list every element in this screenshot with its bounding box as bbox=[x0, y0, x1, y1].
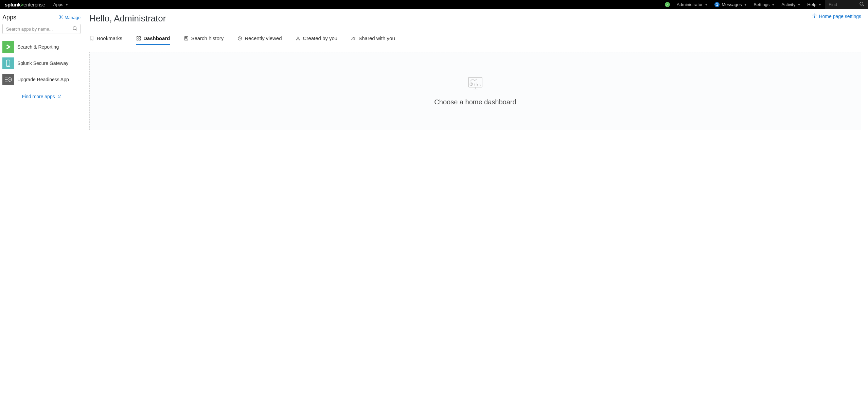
manage-label: Manage bbox=[65, 15, 81, 20]
sidebar: Apps Manage Search & Reporting bbox=[0, 9, 83, 399]
svg-point-20 bbox=[297, 37, 299, 38]
svg-rect-16 bbox=[184, 36, 188, 40]
svg-point-0 bbox=[860, 2, 863, 5]
brand-logo[interactable]: splunk>enterprise bbox=[0, 2, 50, 7]
body: Apps Manage Search & Reporting bbox=[0, 9, 868, 399]
find-more-label: Find more apps bbox=[22, 94, 55, 99]
nav-user-menu[interactable]: Administrator ▼ bbox=[673, 0, 711, 9]
tab-label: Search history bbox=[191, 35, 224, 41]
svg-point-22 bbox=[354, 37, 355, 38]
svg-point-17 bbox=[185, 37, 187, 39]
empty-dashboard-panel[interactable]: Choose a home dashboard bbox=[89, 52, 861, 130]
sidebar-title: Apps bbox=[2, 14, 16, 21]
tab-dashboard[interactable]: Dashboard bbox=[136, 33, 170, 45]
svg-line-18 bbox=[187, 39, 187, 39]
caret-down-icon: ▼ bbox=[797, 3, 800, 6]
messages-badge: 1 bbox=[714, 2, 720, 7]
gear-icon bbox=[58, 15, 63, 20]
home-page-settings-link[interactable]: Home page settings bbox=[812, 13, 861, 19]
nav-apps-label: Apps bbox=[53, 2, 64, 7]
status-ok-icon: ✓ bbox=[665, 2, 670, 7]
external-link-icon bbox=[57, 95, 61, 99]
top-navigation: splunk>enterprise Apps ▼ ✓ Administrator… bbox=[0, 0, 868, 9]
tab-bookmarks[interactable]: Bookmarks bbox=[89, 33, 122, 45]
svg-point-11 bbox=[814, 15, 815, 17]
clock-icon bbox=[237, 36, 242, 41]
svg-point-2 bbox=[60, 16, 61, 18]
tab-search-history[interactable]: Search history bbox=[183, 33, 224, 45]
home-settings-label: Home page settings bbox=[819, 14, 861, 19]
tab-label: Bookmarks bbox=[97, 35, 122, 41]
nav-settings-menu[interactable]: Settings ▼ bbox=[750, 0, 778, 9]
bookmark-icon bbox=[89, 36, 94, 41]
users-icon bbox=[351, 36, 356, 41]
dashboard-icon bbox=[136, 36, 141, 41]
health-status[interactable]: ✓ bbox=[661, 0, 673, 9]
app-icon-list-check bbox=[2, 74, 14, 85]
app-search-input[interactable] bbox=[2, 24, 81, 34]
nav-messages-label: Messages bbox=[722, 2, 742, 7]
user-icon bbox=[295, 36, 300, 41]
dashboard-monitor-icon bbox=[467, 76, 484, 91]
svg-line-1 bbox=[863, 5, 864, 6]
search-history-icon bbox=[183, 36, 189, 41]
empty-message: Choose a home dashboard bbox=[434, 98, 516, 106]
brand-splunk: splunk bbox=[5, 2, 21, 7]
app-icon-chevron bbox=[2, 41, 14, 53]
tab-created-by-you[interactable]: Created by you bbox=[295, 33, 337, 45]
caret-down-icon: ▼ bbox=[705, 3, 708, 6]
caret-down-icon: ▼ bbox=[744, 3, 747, 6]
sidebar-header: Apps Manage bbox=[2, 13, 81, 24]
find-input[interactable] bbox=[829, 2, 842, 7]
tab-recently-viewed[interactable]: Recently viewed bbox=[237, 33, 282, 45]
app-item-secure-gateway[interactable]: Splunk Secure Gateway bbox=[2, 55, 81, 71]
main-header: Hello, Administrator Home page settings bbox=[83, 9, 868, 24]
tab-label: Shared with you bbox=[358, 35, 395, 41]
svg-rect-14 bbox=[137, 39, 138, 40]
svg-rect-23 bbox=[468, 77, 482, 87]
app-label: Upgrade Readiness App bbox=[17, 77, 69, 82]
find-more-apps-link[interactable]: Find more apps bbox=[22, 94, 61, 99]
global-find[interactable] bbox=[825, 0, 868, 9]
tab-label: Dashboard bbox=[143, 35, 170, 41]
app-item-upgrade-readiness[interactable]: Upgrade Readiness App bbox=[2, 71, 81, 88]
nav-activity-menu[interactable]: Activity ▼ bbox=[778, 0, 804, 9]
search-icon bbox=[859, 1, 865, 8]
app-search-wrap bbox=[2, 24, 81, 34]
app-label: Search & Reporting bbox=[17, 44, 59, 50]
svg-rect-12 bbox=[137, 36, 138, 38]
nav-messages-menu[interactable]: 1 Messages ▼ bbox=[711, 0, 750, 9]
find-more-apps: Find more apps bbox=[2, 94, 81, 99]
caret-down-icon: ▼ bbox=[772, 3, 775, 6]
nav-help-label: Help bbox=[807, 2, 816, 7]
main-tabs: Bookmarks Dashboard Search history Recen… bbox=[83, 33, 868, 45]
svg-rect-15 bbox=[139, 39, 140, 40]
brand-caret: > bbox=[21, 2, 23, 7]
tab-label: Created by you bbox=[303, 35, 337, 41]
nav-user-label: Administrator bbox=[677, 2, 703, 7]
tab-label: Recently viewed bbox=[245, 35, 282, 41]
caret-down-icon: ▼ bbox=[818, 3, 821, 6]
app-icon-phone bbox=[2, 57, 14, 69]
app-label: Splunk Secure Gateway bbox=[17, 60, 68, 66]
nav-help-menu[interactable]: Help ▼ bbox=[804, 0, 825, 9]
gear-icon bbox=[812, 13, 817, 19]
page-title: Hello, Administrator bbox=[89, 13, 166, 24]
tab-shared-with-you[interactable]: Shared with you bbox=[351, 33, 395, 45]
svg-point-21 bbox=[352, 37, 353, 38]
nav-settings-label: Settings bbox=[754, 2, 769, 7]
nav-activity-label: Activity bbox=[781, 2, 795, 7]
brand-enterprise: enterprise bbox=[23, 2, 45, 7]
nav-apps-menu[interactable]: Apps ▼ bbox=[50, 0, 72, 9]
app-item-search-reporting[interactable]: Search & Reporting bbox=[2, 39, 81, 55]
manage-apps-link[interactable]: Manage bbox=[58, 15, 81, 20]
caret-down-icon: ▼ bbox=[65, 3, 68, 6]
main-content: Hello, Administrator Home page settings … bbox=[83, 9, 868, 399]
svg-rect-13 bbox=[139, 36, 140, 38]
